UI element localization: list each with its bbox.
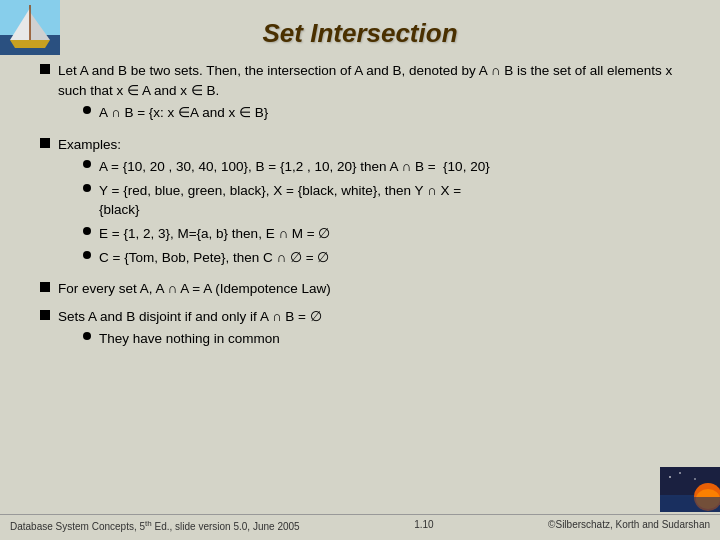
disjoint-bullet: Sets A and B disjoint if and only if A ∩… (40, 307, 680, 353)
circle-bullet-icon-5 (83, 332, 91, 340)
formula-bullet: A ∩ B = {x: x ∈A and x ∈ B} (83, 103, 680, 123)
bullet-icon (40, 64, 50, 74)
example2-bullet: Y = {red, blue, green, black}, X = {blac… (83, 181, 680, 220)
idempotence-text: For every set A, A ∩ A = A (Idempotence … (58, 279, 680, 299)
svg-point-13 (679, 472, 681, 474)
disjoint-text: Sets A and B disjoint if and only if A ∩… (58, 307, 680, 353)
circle-bullet-icon (83, 106, 91, 114)
footer-left: Database System Concepts, 5th Ed., slide… (10, 519, 300, 532)
example4-text: C = {Tom, Bob, Pete}, then C ∩ ∅ = ∅ (99, 248, 680, 268)
slide-footer: Database System Concepts, 5th Ed., slide… (0, 514, 720, 532)
sunset-image (660, 467, 720, 512)
circle-bullet-icon-4 (83, 251, 91, 259)
circle-bullet-icon-1 (83, 160, 91, 168)
disjoint-note-text: They have nothing in common (99, 329, 680, 349)
disjoint-sub: They have nothing in common (83, 329, 680, 349)
footer-right: ©Silberschatz, Korth and Sudarshan (548, 519, 710, 532)
examples-text: Examples: A = {10, 20 , 30, 40, 100}, B … (58, 135, 680, 271)
example1-text: A = {10, 20 , 30, 40, 100}, B = {1,2 , 1… (99, 157, 680, 177)
slide-title: Set Intersection (30, 10, 690, 61)
definition-sub: A ∩ B = {x: x ∈A and x ∈ B} (83, 103, 680, 123)
definition-text: Let A and B be two sets. Then, the inter… (58, 61, 680, 127)
examples-bullet: Examples: A = {10, 20 , 30, 40, 100}, B … (40, 135, 680, 271)
formula-text: A ∩ B = {x: x ∈A and x ∈ B} (99, 103, 680, 123)
bullet-icon-2 (40, 138, 50, 148)
examples-sub: A = {10, 20 , 30, 40, 100}, B = {1,2 , 1… (83, 157, 680, 267)
slide-content: Let A and B be two sets. Then, the inter… (30, 61, 690, 353)
example3-text: E = {1, 2, 3}, M={a, b} then, E ∩ M = ∅ (99, 224, 680, 244)
svg-point-14 (694, 478, 696, 480)
sailboat-image (0, 0, 60, 55)
example3-bullet: E = {1, 2, 3}, M={a, b} then, E ∩ M = ∅ (83, 224, 680, 244)
svg-rect-11 (660, 497, 720, 512)
circle-bullet-icon-2 (83, 184, 91, 192)
footer-center: 1.10 (414, 519, 433, 532)
idempotence-bullet: For every set A, A ∩ A = A (Idempotence … (40, 279, 680, 299)
bullet-icon-4 (40, 310, 50, 320)
bullet-icon-3 (40, 282, 50, 292)
definition-bullet: Let A and B be two sets. Then, the inter… (40, 61, 680, 127)
svg-point-12 (669, 476, 671, 478)
svg-marker-3 (10, 40, 50, 48)
disjoint-note-bullet: They have nothing in common (83, 329, 680, 349)
slide: Set Intersection Let A and B be two sets… (0, 0, 720, 540)
example1-bullet: A = {10, 20 , 30, 40, 100}, B = {1,2 , 1… (83, 157, 680, 177)
circle-bullet-icon-3 (83, 227, 91, 235)
example4-bullet: C = {Tom, Bob, Pete}, then C ∩ ∅ = ∅ (83, 248, 680, 268)
example2-text: Y = {red, blue, green, black}, X = {blac… (99, 181, 680, 220)
